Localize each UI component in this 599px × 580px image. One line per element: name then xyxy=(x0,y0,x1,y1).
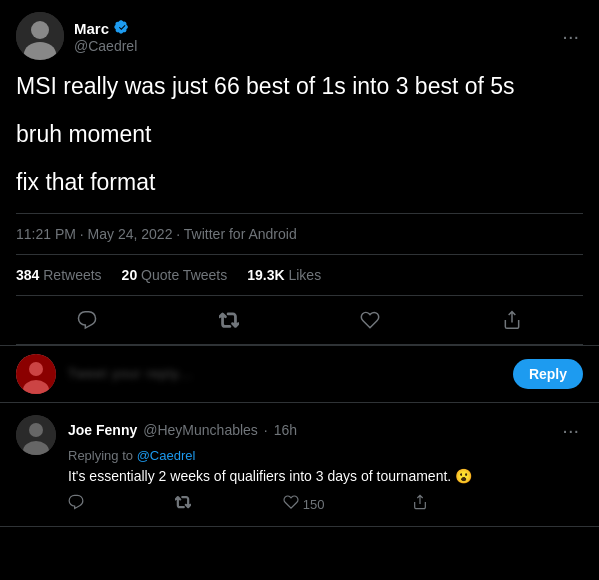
tweet-timestamp: 11:21 PM · May 24, 2022 · Twitter for An… xyxy=(16,213,583,255)
likes-stat[interactable]: 19.3K Likes xyxy=(247,267,321,283)
tweet-line-2: bruh moment xyxy=(16,118,583,150)
reply-reply-icon xyxy=(68,494,84,514)
tweet-actions xyxy=(16,296,583,345)
replying-to-link[interactable]: @Caedrel xyxy=(137,448,196,463)
reply-bar: Tweet your reply... Reply xyxy=(0,346,599,403)
svg-point-7 xyxy=(29,423,43,437)
tweet-content: MSI really was just 66 best of 1s into 3… xyxy=(16,70,583,199)
reply-share-icon xyxy=(412,494,428,514)
more-options-icon[interactable]: ··· xyxy=(558,21,583,52)
reply-reply-btn[interactable] xyxy=(68,494,88,514)
reply-emoji: 😮 xyxy=(455,468,472,484)
reply-retweet-icon xyxy=(175,494,191,514)
quote-tweets-stat[interactable]: 20 Quote Tweets xyxy=(122,267,228,283)
tweet-stats: 384 Retweets 20 Quote Tweets 19.3K Likes xyxy=(16,255,583,296)
reply-heart-icon xyxy=(283,494,299,514)
reply-input-area: Tweet your reply... xyxy=(68,366,501,381)
tweet-header: Marc @Caedrel ··· xyxy=(16,12,583,60)
share-icon xyxy=(502,310,522,330)
tweet-main: Marc @Caedrel ··· MSI really was just 66… xyxy=(0,0,599,346)
tweet-line-3: fix that format xyxy=(16,166,583,198)
svg-point-4 xyxy=(29,362,43,376)
reply-display-name[interactable]: Joe Fenny xyxy=(68,422,137,438)
reply-tweet-text: It's essentially 2 weeks of qualifiers i… xyxy=(68,467,583,487)
retweets-stat[interactable]: 384 Retweets xyxy=(16,267,102,283)
reply-username[interactable]: @HeyMunchables xyxy=(143,422,258,438)
reply-action-btn[interactable] xyxy=(57,300,117,340)
reply-icon xyxy=(77,310,97,330)
svg-point-1 xyxy=(31,21,49,39)
retweet-icon xyxy=(219,310,239,330)
retweet-action-btn[interactable] xyxy=(199,300,259,340)
avatar[interactable] xyxy=(16,12,64,60)
reply-like-btn[interactable]: 150 xyxy=(283,494,325,514)
reply-share-btn[interactable] xyxy=(412,494,428,514)
reply-tweet: Joe Fenny @HeyMunchables · 16h ··· Reply… xyxy=(0,403,599,528)
reply-retweet-btn[interactable] xyxy=(175,494,195,514)
reply-time: 16h xyxy=(274,422,297,438)
reply-like-count: 150 xyxy=(303,497,325,512)
reply-more-icon[interactable]: ··· xyxy=(558,415,583,446)
share-action-btn[interactable] xyxy=(482,300,542,340)
reply-separator: · xyxy=(264,422,268,438)
reply-tweet-avatar[interactable] xyxy=(16,415,56,455)
username: @Caedrel xyxy=(74,38,137,54)
replying-to: Replying to @Caedrel xyxy=(68,448,583,463)
reply-bar-avatar xyxy=(16,354,56,394)
reply-placeholder-text: Tweet your reply... xyxy=(68,366,192,381)
like-action-btn[interactable] xyxy=(340,300,400,340)
display-name[interactable]: Marc xyxy=(74,19,137,38)
verified-icon xyxy=(113,19,129,38)
tweet-line-1: MSI really was just 66 best of 1s into 3… xyxy=(16,70,583,102)
reply-button[interactable]: Reply xyxy=(513,359,583,389)
heart-icon xyxy=(360,310,380,330)
reply-tweet-header: Joe Fenny @HeyMunchables · 16h ··· xyxy=(68,415,583,446)
reply-tweet-actions: 150 xyxy=(68,494,428,514)
